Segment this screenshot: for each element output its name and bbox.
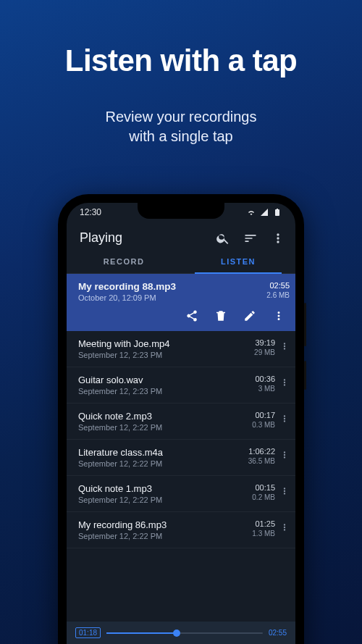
- page-title: Playing: [80, 230, 122, 246]
- promo-headline: Listen with a tap: [0, 43, 362, 78]
- item-size: 0.2 MB: [252, 493, 275, 501]
- promo-subline-2: with a single tap: [129, 128, 232, 144]
- item-name: My recording 86.mp3: [78, 519, 167, 530]
- item-duration: 02:55: [266, 281, 290, 290]
- item-subtitle: September 12, 2:23 PM: [78, 351, 169, 359]
- item-duration: 1:06:22: [248, 447, 275, 456]
- item-name: Quick note 2.mp3: [78, 411, 162, 422]
- player-elapsed: 01:18: [75, 627, 101, 638]
- item-subtitle: October 20, 12:09 PM: [78, 293, 176, 302]
- list-item[interactable]: Literature class.m4aSeptember 12, 2:22 P…: [67, 440, 295, 476]
- player-seek-thumb[interactable]: [173, 630, 180, 637]
- item-name: Literature class.m4a: [78, 447, 163, 458]
- player-seek-fill: [106, 632, 177, 634]
- player-total: 02:55: [269, 629, 287, 637]
- item-more-icon[interactable]: [279, 486, 290, 496]
- item-subtitle: September 12, 2:22 PM: [78, 495, 162, 504]
- item-size: 3 MB: [255, 385, 275, 393]
- tab-record[interactable]: RECORD: [67, 248, 181, 273]
- item-size: 1.3 MB: [252, 530, 275, 538]
- phone-notch: [138, 203, 224, 219]
- list-item-selected[interactable]: My recording 88.mp3 October 20, 12:09 PM…: [67, 274, 295, 309]
- item-size: 0.3 MB: [252, 421, 275, 429]
- list-item[interactable]: Quick note 1.mp3September 12, 2:22 PM00:…: [67, 476, 295, 512]
- item-duration: 39:19: [254, 338, 275, 347]
- player-bar: 01:18 02:55 1x: [67, 622, 295, 644]
- item-more-icon[interactable]: [272, 309, 285, 322]
- search-icon[interactable]: [216, 231, 230, 246]
- list-item[interactable]: Meeting with Joe.mp4September 12, 2:23 P…: [67, 331, 295, 367]
- phone-frame: 12:30 Playing RECORD LISTEN My recording: [58, 194, 304, 644]
- status-bar: 12:30: [67, 203, 295, 222]
- item-name: Meeting with Joe.mp4: [78, 338, 169, 349]
- sort-icon[interactable]: [243, 231, 258, 246]
- item-duration: 00:15: [252, 483, 275, 492]
- item-name: Guitar solo.wav: [78, 375, 162, 385]
- item-subtitle: September 12, 2:22 PM: [78, 459, 163, 468]
- list-item[interactable]: My recording 86.mp3September 12, 2:22 PM…: [67, 512, 295, 548]
- item-duration: 01:25: [252, 519, 275, 528]
- edit-icon[interactable]: [243, 309, 256, 322]
- tab-listen[interactable]: LISTEN: [181, 248, 295, 273]
- wifi-icon: [246, 208, 256, 217]
- list-item[interactable]: Guitar solo.wavSeptember 12, 2:23 PM00:3…: [67, 367, 295, 403]
- item-more-icon[interactable]: [279, 341, 290, 351]
- item-size: 36.5 MB: [248, 457, 275, 465]
- item-duration: 00:17: [252, 411, 275, 419]
- item-more-icon[interactable]: [279, 522, 290, 532]
- status-time: 12:30: [80, 207, 101, 217]
- player-seek-track[interactable]: [106, 632, 263, 634]
- item-subtitle: September 12, 2:22 PM: [78, 423, 162, 432]
- item-more-icon[interactable]: [279, 414, 290, 424]
- item-name: Quick note 1.mp3: [78, 483, 162, 494]
- recordings-list: My recording 88.mp3 October 20, 12:09 PM…: [67, 274, 295, 548]
- item-subtitle: September 12, 2:22 PM: [78, 532, 167, 540]
- item-size: 2.6 MB: [266, 291, 290, 299]
- selected-item-actions: [67, 309, 295, 331]
- promo-subline-1: Review your recordings: [106, 109, 257, 125]
- item-subtitle: September 12, 2:23 PM: [78, 387, 162, 396]
- battery-icon: [272, 208, 282, 217]
- delete-icon[interactable]: [214, 309, 227, 322]
- item-duration: 00:36: [255, 375, 275, 383]
- phone-screen: 12:30 Playing RECORD LISTEN My recording: [67, 203, 295, 644]
- item-more-icon[interactable]: [279, 377, 290, 388]
- share-icon[interactable]: [185, 309, 198, 322]
- more-icon[interactable]: [271, 231, 285, 246]
- item-more-icon[interactable]: [279, 450, 290, 460]
- list-item[interactable]: Quick note 2.mp3September 12, 2:22 PM00:…: [67, 403, 295, 440]
- item-size: 29 MB: [254, 348, 275, 356]
- item-name: My recording 88.mp3: [78, 281, 176, 292]
- signal-icon: [259, 208, 269, 217]
